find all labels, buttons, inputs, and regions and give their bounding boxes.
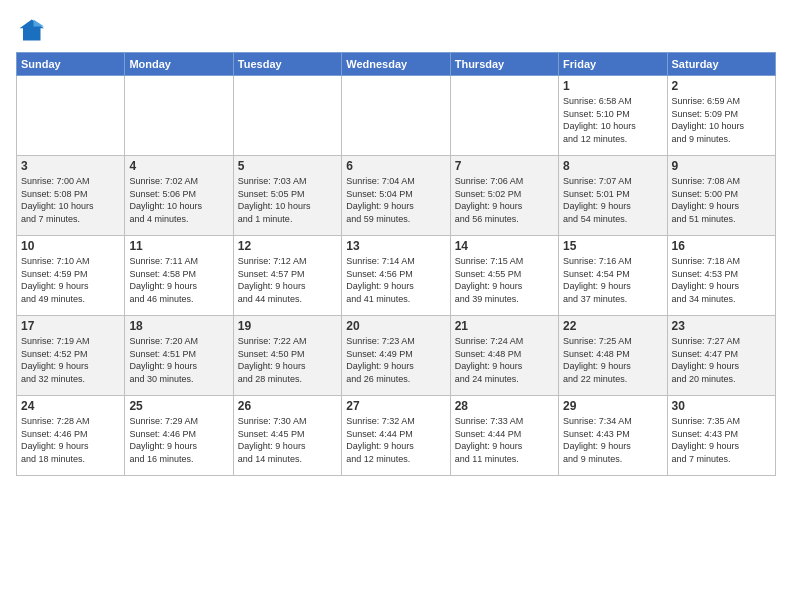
- day-info: Sunrise: 7:04 AM Sunset: 5:04 PM Dayligh…: [346, 175, 445, 225]
- day-number: 2: [672, 79, 771, 93]
- day-cell: 7Sunrise: 7:06 AM Sunset: 5:02 PM Daylig…: [450, 156, 558, 236]
- day-cell: [125, 76, 233, 156]
- day-info: Sunrise: 7:07 AM Sunset: 5:01 PM Dayligh…: [563, 175, 662, 225]
- day-info: Sunrise: 7:16 AM Sunset: 4:54 PM Dayligh…: [563, 255, 662, 305]
- day-info: Sunrise: 7:18 AM Sunset: 4:53 PM Dayligh…: [672, 255, 771, 305]
- day-info: Sunrise: 7:00 AM Sunset: 5:08 PM Dayligh…: [21, 175, 120, 225]
- day-info: Sunrise: 7:27 AM Sunset: 4:47 PM Dayligh…: [672, 335, 771, 385]
- day-info: Sunrise: 7:11 AM Sunset: 4:58 PM Dayligh…: [129, 255, 228, 305]
- logo-icon: [16, 16, 44, 44]
- day-info: Sunrise: 7:12 AM Sunset: 4:57 PM Dayligh…: [238, 255, 337, 305]
- day-cell: 3Sunrise: 7:00 AM Sunset: 5:08 PM Daylig…: [17, 156, 125, 236]
- day-number: 7: [455, 159, 554, 173]
- day-number: 24: [21, 399, 120, 413]
- header: [16, 16, 776, 44]
- day-info: Sunrise: 7:08 AM Sunset: 5:00 PM Dayligh…: [672, 175, 771, 225]
- day-number: 3: [21, 159, 120, 173]
- day-number: 11: [129, 239, 228, 253]
- day-number: 21: [455, 319, 554, 333]
- day-number: 1: [563, 79, 662, 93]
- week-row-2: 3Sunrise: 7:00 AM Sunset: 5:08 PM Daylig…: [17, 156, 776, 236]
- day-info: Sunrise: 7:35 AM Sunset: 4:43 PM Dayligh…: [672, 415, 771, 465]
- day-cell: [17, 76, 125, 156]
- day-cell: 9Sunrise: 7:08 AM Sunset: 5:00 PM Daylig…: [667, 156, 775, 236]
- day-info: Sunrise: 6:58 AM Sunset: 5:10 PM Dayligh…: [563, 95, 662, 145]
- day-cell: [233, 76, 341, 156]
- day-cell: 11Sunrise: 7:11 AM Sunset: 4:58 PM Dayli…: [125, 236, 233, 316]
- day-info: Sunrise: 7:24 AM Sunset: 4:48 PM Dayligh…: [455, 335, 554, 385]
- day-info: Sunrise: 7:28 AM Sunset: 4:46 PM Dayligh…: [21, 415, 120, 465]
- day-info: Sunrise: 7:06 AM Sunset: 5:02 PM Dayligh…: [455, 175, 554, 225]
- day-info: Sunrise: 7:03 AM Sunset: 5:05 PM Dayligh…: [238, 175, 337, 225]
- day-cell: 20Sunrise: 7:23 AM Sunset: 4:49 PM Dayli…: [342, 316, 450, 396]
- day-number: 18: [129, 319, 228, 333]
- calendar-body: 1Sunrise: 6:58 AM Sunset: 5:10 PM Daylig…: [17, 76, 776, 476]
- day-cell: 2Sunrise: 6:59 AM Sunset: 5:09 PM Daylig…: [667, 76, 775, 156]
- day-info: Sunrise: 7:29 AM Sunset: 4:46 PM Dayligh…: [129, 415, 228, 465]
- day-info: Sunrise: 7:15 AM Sunset: 4:55 PM Dayligh…: [455, 255, 554, 305]
- day-cell: 4Sunrise: 7:02 AM Sunset: 5:06 PM Daylig…: [125, 156, 233, 236]
- weekday-header-wednesday: Wednesday: [342, 53, 450, 76]
- weekday-header-tuesday: Tuesday: [233, 53, 341, 76]
- day-cell: 22Sunrise: 7:25 AM Sunset: 4:48 PM Dayli…: [559, 316, 667, 396]
- day-cell: 13Sunrise: 7:14 AM Sunset: 4:56 PM Dayli…: [342, 236, 450, 316]
- day-number: 10: [21, 239, 120, 253]
- day-cell: 30Sunrise: 7:35 AM Sunset: 4:43 PM Dayli…: [667, 396, 775, 476]
- day-number: 13: [346, 239, 445, 253]
- day-cell: 29Sunrise: 7:34 AM Sunset: 4:43 PM Dayli…: [559, 396, 667, 476]
- day-info: Sunrise: 7:23 AM Sunset: 4:49 PM Dayligh…: [346, 335, 445, 385]
- day-cell: 25Sunrise: 7:29 AM Sunset: 4:46 PM Dayli…: [125, 396, 233, 476]
- day-number: 20: [346, 319, 445, 333]
- day-number: 5: [238, 159, 337, 173]
- day-number: 14: [455, 239, 554, 253]
- day-info: Sunrise: 7:02 AM Sunset: 5:06 PM Dayligh…: [129, 175, 228, 225]
- day-cell: 17Sunrise: 7:19 AM Sunset: 4:52 PM Dayli…: [17, 316, 125, 396]
- day-number: 16: [672, 239, 771, 253]
- day-cell: 1Sunrise: 6:58 AM Sunset: 5:10 PM Daylig…: [559, 76, 667, 156]
- day-number: 8: [563, 159, 662, 173]
- weekday-header-friday: Friday: [559, 53, 667, 76]
- day-number: 9: [672, 159, 771, 173]
- day-cell: 24Sunrise: 7:28 AM Sunset: 4:46 PM Dayli…: [17, 396, 125, 476]
- day-number: 6: [346, 159, 445, 173]
- day-info: Sunrise: 7:22 AM Sunset: 4:50 PM Dayligh…: [238, 335, 337, 385]
- day-cell: 16Sunrise: 7:18 AM Sunset: 4:53 PM Dayli…: [667, 236, 775, 316]
- logo: [16, 16, 48, 44]
- calendar-header: SundayMondayTuesdayWednesdayThursdayFrid…: [17, 53, 776, 76]
- week-row-4: 17Sunrise: 7:19 AM Sunset: 4:52 PM Dayli…: [17, 316, 776, 396]
- svg-marker-1: [34, 20, 45, 27]
- day-number: 15: [563, 239, 662, 253]
- day-cell: 12Sunrise: 7:12 AM Sunset: 4:57 PM Dayli…: [233, 236, 341, 316]
- weekday-header-sunday: Sunday: [17, 53, 125, 76]
- day-info: Sunrise: 7:14 AM Sunset: 4:56 PM Dayligh…: [346, 255, 445, 305]
- day-number: 12: [238, 239, 337, 253]
- day-cell: 26Sunrise: 7:30 AM Sunset: 4:45 PM Dayli…: [233, 396, 341, 476]
- day-cell: 10Sunrise: 7:10 AM Sunset: 4:59 PM Dayli…: [17, 236, 125, 316]
- svg-marker-0: [20, 20, 45, 41]
- day-number: 23: [672, 319, 771, 333]
- calendar-table: SundayMondayTuesdayWednesdayThursdayFrid…: [16, 52, 776, 476]
- day-number: 27: [346, 399, 445, 413]
- day-cell: [342, 76, 450, 156]
- day-info: Sunrise: 7:30 AM Sunset: 4:45 PM Dayligh…: [238, 415, 337, 465]
- day-number: 17: [21, 319, 120, 333]
- day-cell: [450, 76, 558, 156]
- day-number: 19: [238, 319, 337, 333]
- day-cell: 21Sunrise: 7:24 AM Sunset: 4:48 PM Dayli…: [450, 316, 558, 396]
- day-number: 30: [672, 399, 771, 413]
- week-row-3: 10Sunrise: 7:10 AM Sunset: 4:59 PM Dayli…: [17, 236, 776, 316]
- weekday-header-saturday: Saturday: [667, 53, 775, 76]
- weekday-header-monday: Monday: [125, 53, 233, 76]
- day-number: 25: [129, 399, 228, 413]
- day-info: Sunrise: 7:10 AM Sunset: 4:59 PM Dayligh…: [21, 255, 120, 305]
- weekday-row: SundayMondayTuesdayWednesdayThursdayFrid…: [17, 53, 776, 76]
- day-cell: 28Sunrise: 7:33 AM Sunset: 4:44 PM Dayli…: [450, 396, 558, 476]
- day-cell: 8Sunrise: 7:07 AM Sunset: 5:01 PM Daylig…: [559, 156, 667, 236]
- day-number: 28: [455, 399, 554, 413]
- day-number: 22: [563, 319, 662, 333]
- day-number: 29: [563, 399, 662, 413]
- day-cell: 15Sunrise: 7:16 AM Sunset: 4:54 PM Dayli…: [559, 236, 667, 316]
- day-cell: 19Sunrise: 7:22 AM Sunset: 4:50 PM Dayli…: [233, 316, 341, 396]
- day-info: Sunrise: 7:19 AM Sunset: 4:52 PM Dayligh…: [21, 335, 120, 385]
- weekday-header-thursday: Thursday: [450, 53, 558, 76]
